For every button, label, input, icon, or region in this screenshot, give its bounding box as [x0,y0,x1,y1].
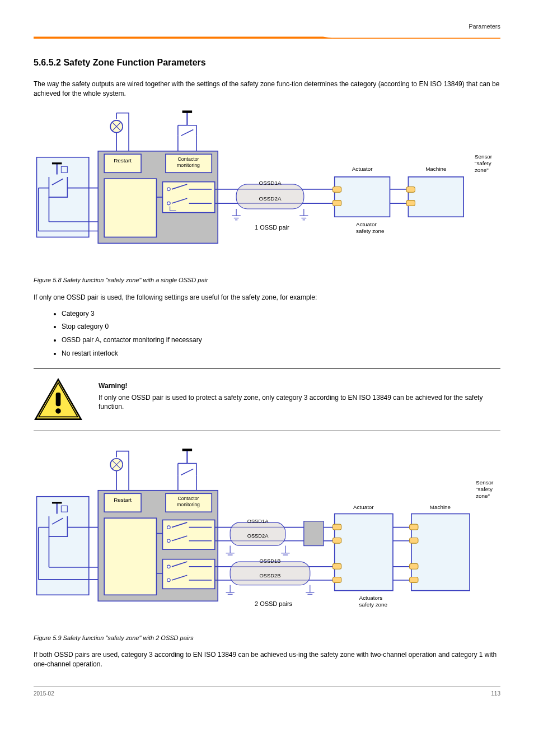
label-restart: Restart [114,157,132,164]
svg-rect-27 [162,182,214,213]
svg-rect-52 [406,187,415,193]
svg-rect-132 [411,514,470,590]
svg-point-87 [167,526,170,529]
svg-rect-133 [410,524,418,530]
figure-5-8: Restart Contactor monitoring OSSD1A OSSD… [34,108,500,270]
figure-5-9: Restart Contactor monitoring OSSD1A OSSD… [34,441,500,628]
svg-text:Contactor: Contactor [178,496,199,501]
section-heading: 5.6.5.2 Safety Zone Function Parameters [34,57,500,69]
warning-text: Warning! If only one OSSD pair is used t… [99,378,500,412]
warning-block: Warning! If only one OSSD pair is used t… [34,378,500,422]
label-ossd1b: OSSD1B [260,558,281,564]
page-header: Parameters [34,22,500,40]
svg-rect-94 [162,559,214,589]
intro-paragraph: The way the safety outputs are wired tog… [34,80,500,99]
svg-text:safety zone: safety zone [359,601,388,608]
label-ossd-pairs-2: 2 OSSD pairs [255,600,293,607]
divider-top-warning [34,368,500,369]
footer-page-number: 113 [491,690,500,698]
svg-point-90 [167,539,170,542]
svg-line-79 [181,469,193,475]
label-ossd-pair: 1 OSSD pair [255,225,289,231]
header-right-text: Parameters [34,22,500,31]
svg-rect-58 [36,497,88,595]
footer-date: 2015-02 [34,690,54,698]
warning-triangle-icon [34,378,83,422]
label-ossd2a: OSSD2A [259,195,281,202]
label-actuator-sz-1: Actuator [356,221,377,227]
label-contactor-mon-1: Contactor [178,157,199,162]
figure-5-8-caption: Figure 5.8 Safety function "safety zone"… [34,276,500,284]
label-sensor-3: zone" [475,167,489,174]
svg-rect-86 [162,520,214,549]
svg-rect-111 [304,521,324,546]
bullet-item: Stop category 0 [62,322,500,332]
label-sensor-2: "safety [475,160,491,166]
header-divider [34,36,500,40]
svg-rect-47 [332,187,341,193]
label-ossd1a: OSSD1A [259,180,281,186]
svg-point-98 [167,578,170,581]
label-machine: Machine [425,166,447,172]
svg-rect-56 [56,393,61,406]
diagram-ossd-single: Restart Contactor monitoring OSSD1A OSSD… [34,108,500,268]
page-footer: 2015-02 113 [34,686,500,698]
label-contactor-mon-2: monitoring [177,163,200,169]
warning-label: Warning! [99,381,500,391]
svg-rect-125 [332,538,341,543]
svg-rect-51 [408,177,463,217]
diagram-ossd-dual: Restart Contactor monitoring OSSD1A OSSD… [34,441,500,626]
svg-point-31 [167,202,170,205]
svg-point-57 [55,408,61,414]
svg-text:monitoring: monitoring [177,502,200,507]
bullet-item: No restart interlock [62,349,500,358]
svg-rect-53 [406,200,415,206]
svg-rect-26 [104,179,156,237]
svg-rect-85 [104,518,156,595]
bullet-item: OSSD pair A, contactor monitoring if nec… [62,335,500,345]
svg-point-28 [167,188,170,190]
bullet-item: Category 3 [62,309,500,319]
svg-text:Sensor: Sensor [476,479,494,486]
figure-5-9-caption: Figure 5.9 Safety function "safety zone"… [34,634,500,642]
warning-body: If only one OSSD pair is used to protect… [99,394,483,411]
svg-rect-126 [332,563,341,569]
label-ossd2a-2: OSSD2A [247,533,269,539]
label-actuator-1: Actuator [352,166,373,172]
paragraph-after-fig2: If both OSSD pairs are used, category 3 … [34,650,500,669]
svg-rect-48 [332,200,341,206]
svg-line-22 [181,130,193,136]
label-restart-2: Restart [114,496,132,502]
paragraph-after-fig1: If only one OSSD pair is used, the follo… [34,293,500,302]
svg-rect-134 [410,538,418,543]
bullet-list: Category 3 Stop category 0 OSSD pair A, … [62,309,500,358]
svg-rect-123 [335,514,393,590]
svg-rect-135 [410,563,418,569]
label-actuator-sz-2: safety zone [356,228,385,234]
label-machine-2: Machine [430,504,451,510]
svg-rect-136 [410,577,418,582]
svg-text:zone": zone" [476,493,490,499]
svg-rect-46 [335,177,390,217]
label-sensor-1: Sensor [475,153,493,160]
svg-text:Actuators: Actuators [359,595,383,601]
svg-rect-127 [332,577,341,582]
label-ossd2b: OSSD2B [260,572,281,578]
svg-text:"safety: "safety [476,486,493,492]
label-ossd1a-2: OSSD1A [247,519,269,524]
svg-rect-124 [332,524,341,530]
divider-bottom-warning [34,431,500,431]
svg-point-95 [167,565,170,568]
label-actuator-hdr: Actuator [353,504,374,510]
